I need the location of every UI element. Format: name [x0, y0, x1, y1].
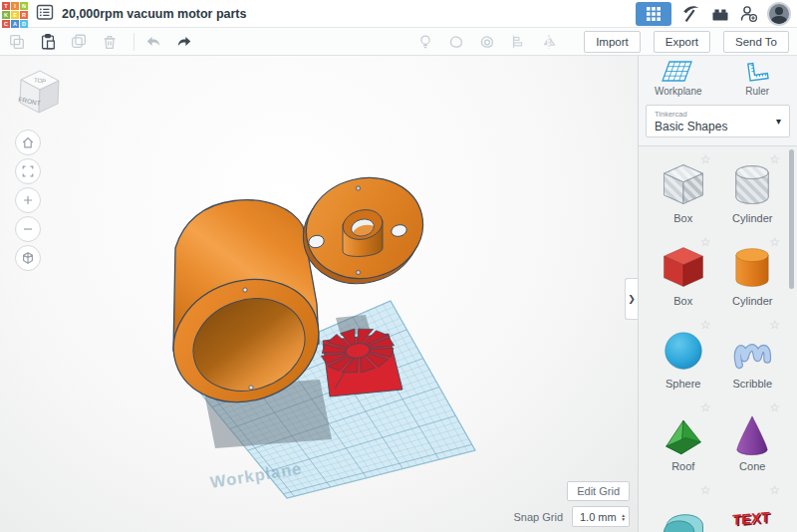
copy-button[interactable] — [8, 33, 26, 51]
zoom-out-button[interactable] — [15, 216, 41, 242]
snap-grid-select[interactable]: 1.0 mm ▴▾ — [572, 506, 630, 527]
caret-down-icon: ▾ — [776, 116, 781, 127]
shape-item-box-hole[interactable]: ☆ Box — [649, 152, 718, 235]
paste-button[interactable] — [39, 33, 57, 51]
duplicate-button[interactable] — [70, 33, 88, 51]
solid-toggle-button[interactable] — [447, 33, 465, 51]
send-to-button[interactable]: Send To — [723, 31, 789, 53]
panel-tools: Workplane Ruler — [639, 56, 797, 100]
shape-category-dropdown[interactable]: Tinkercad Basic Shapes ▾ — [646, 105, 790, 137]
ruler-tool-button[interactable]: Ruler — [718, 60, 797, 97]
shape-item-box[interactable]: ☆ Box — [649, 235, 718, 318]
design-properties-button[interactable] — [36, 4, 54, 24]
plus-icon — [20, 192, 36, 208]
invite-button[interactable] — [739, 2, 758, 26]
tools-button[interactable] — [680, 2, 701, 26]
fit-view-icon — [20, 163, 36, 179]
align-icon — [509, 33, 527, 51]
snap-grid-value: 1.0 mm — [580, 511, 622, 523]
solid-shape-icon — [447, 33, 465, 51]
favorite-star-icon[interactable]: ☆ — [700, 235, 711, 249]
logo-tile: A — [11, 20, 19, 28]
properties-list-icon — [36, 4, 54, 21]
favorite-star-icon[interactable]: ☆ — [769, 152, 780, 166]
blocks-button[interactable] — [710, 2, 730, 26]
shape-gallery: ☆ Box ☆ — [639, 146, 797, 532]
export-button[interactable]: Export — [654, 31, 710, 53]
favorite-star-icon[interactable]: ☆ — [769, 400, 780, 414]
show-all-button[interactable] — [416, 33, 434, 51]
shape-label: Cylinder — [732, 295, 772, 307]
logo-tile: D — [20, 20, 28, 28]
shape-item-round-roof[interactable]: ☆ — [649, 483, 718, 532]
workplane-icon — [662, 60, 695, 84]
hole-shape-icon — [478, 33, 496, 51]
logo-tile: N — [20, 2, 28, 10]
avatar-silhouette-body — [771, 16, 787, 26]
avatar[interactable] — [767, 2, 791, 26]
shape-label: Cone — [739, 460, 765, 472]
view-controls — [15, 130, 41, 272]
stepper-icon[interactable]: ▴▾ — [622, 513, 625, 521]
panel-scrollbar[interactable] — [789, 149, 794, 289]
shape-label: Cylinder — [732, 212, 772, 224]
shape-label: Sphere — [665, 378, 700, 390]
logo-tile: I — [11, 2, 19, 10]
favorite-star-icon[interactable]: ☆ — [700, 318, 711, 332]
view-cube[interactable]: TOP FRONT — [13, 64, 67, 118]
top-bar: TINKERCAD 20,000rpm vacuum motor parts — [0, 0, 797, 28]
viewport-3d[interactable]: Workplane TOP FRONT — [0, 56, 638, 532]
design-title: 20,000rpm vacuum motor parts — [62, 7, 247, 21]
top-actions — [636, 2, 797, 26]
chevron-right-icon: ❯ — [628, 294, 636, 304]
fit-view-button[interactable] — [15, 158, 41, 184]
import-button[interactable]: Import — [584, 31, 641, 53]
favorite-star-icon[interactable]: ☆ — [700, 152, 711, 166]
shapes-panel: Workplane Ruler Tinkercad Basic Shapes — [638, 56, 797, 532]
shape-item-scribble[interactable]: ☆ Scribble — [718, 318, 788, 400]
workplane-tool-button[interactable]: Workplane — [639, 60, 718, 97]
perspective-cube-icon — [20, 250, 36, 266]
tinkercad-logo-icon[interactable]: TINKERCAD — [0, 0, 28, 28]
shape-item-cylinder[interactable]: ☆ Cylinder — [718, 235, 788, 318]
snap-grid-row: Snap Grid 1.0 mm ▴▾ — [513, 506, 630, 527]
svg-text:TEXT: TEXT — [732, 509, 770, 528]
redo-icon — [175, 33, 193, 51]
mirror-button[interactable] — [540, 33, 558, 51]
trash-icon — [101, 33, 119, 51]
shape-item-cylinder-hole[interactable]: ☆ Cylinder — [718, 152, 788, 235]
copy-icon — [8, 33, 26, 51]
zoom-in-button[interactable] — [15, 187, 41, 213]
shape-item-roof[interactable]: ☆ Roof — [649, 400, 718, 483]
dashboard-button[interactable] — [636, 2, 671, 26]
snap-grid-label: Snap Grid — [513, 511, 563, 523]
favorite-star-icon[interactable]: ☆ — [769, 318, 780, 332]
hole-toggle-button[interactable] — [478, 33, 496, 51]
shape-item-sphere[interactable]: ☆ Sphere — [649, 318, 718, 400]
home-icon — [20, 134, 36, 150]
paste-icon — [39, 33, 57, 51]
duplicate-icon — [70, 33, 88, 51]
redo-button[interactable] — [175, 33, 193, 51]
collapse-panel-button[interactable]: ❯ — [625, 278, 638, 320]
shape-item-text[interactable]: ☆ TEXT TEXT — [718, 483, 788, 532]
undo-icon — [144, 33, 162, 51]
logo-tile: C — [2, 20, 10, 28]
shape-label: Box — [673, 212, 692, 224]
favorite-star-icon[interactable]: ☆ — [769, 483, 780, 497]
shape-item-cone[interactable]: ☆ Cone — [718, 400, 788, 483]
favorite-star-icon[interactable]: ☆ — [769, 235, 780, 249]
align-button[interactable] — [509, 33, 527, 51]
favorite-star-icon[interactable]: ☆ — [700, 483, 711, 497]
undo-button[interactable] — [144, 33, 162, 51]
home-view-button[interactable] — [15, 130, 41, 155]
edit-toolbar: Import Export Send To — [0, 28, 797, 56]
end-cap-part[interactable] — [293, 165, 434, 296]
delete-button[interactable] — [101, 33, 119, 51]
shape-label: Scribble — [732, 378, 772, 390]
ruler-icon — [744, 60, 770, 84]
person-plus-icon — [739, 4, 758, 23]
edit-grid-button[interactable]: Edit Grid — [567, 481, 630, 501]
perspective-toggle-button[interactable] — [15, 245, 41, 271]
favorite-star-icon[interactable]: ☆ — [700, 400, 711, 414]
